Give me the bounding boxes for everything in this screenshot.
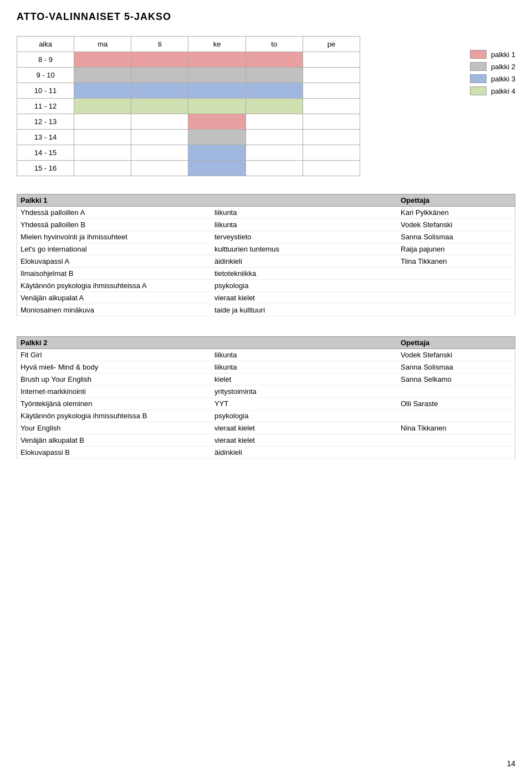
schedule-cell-ke xyxy=(188,114,245,130)
course-name: Your English xyxy=(21,424,214,432)
schedule-cell-to xyxy=(245,161,303,176)
palkki-row: Hyvä mieli- Mind & bodyliikuntaSanna Sol… xyxy=(17,361,515,373)
schedule-cell-to xyxy=(245,52,303,68)
course-subject: liikunta xyxy=(214,351,401,359)
course-name: Käytännön psykologia ihmissuhteissa B xyxy=(21,412,214,420)
schedule-cell-to xyxy=(245,83,303,99)
schedule-row: 15 - 16 xyxy=(17,161,360,176)
course-teacher: Raija pajunen xyxy=(401,245,511,253)
palkki-row: Venäjän alkupalat Bvieraat kielet xyxy=(17,434,515,447)
palkki-row: Moniosainen minäkuvataide ja kulttuuri xyxy=(17,304,515,316)
course-teacher: Nina Tikkanen xyxy=(401,424,511,432)
schedule-cell-to xyxy=(245,99,303,114)
schedule-cell-to xyxy=(245,114,303,130)
palkki1-header: Palkki 1 Opettaja xyxy=(17,194,515,207)
schedule-cell-to xyxy=(245,68,303,83)
schedule-cell-ke xyxy=(188,83,245,99)
course-name: Elokuvapassi B xyxy=(21,448,214,457)
course-subject: taide ja kulttuuri xyxy=(214,306,401,314)
palkki-row: Yhdessä palloillen BliikuntaVodek Stefan… xyxy=(17,219,515,231)
schedule-cell-ma xyxy=(74,145,131,161)
schedule-time: 15 - 16 xyxy=(17,161,74,176)
palkki-row: Brush up Your EnglishkieletSanna Selkamo xyxy=(17,373,515,386)
schedule-cell-ma xyxy=(74,161,131,176)
course-teacher: Vodek Stefanski xyxy=(401,221,511,229)
schedule-cell-pe xyxy=(303,114,360,130)
palkki-row: Käytännön psykologia ihmissuhteissa Apsy… xyxy=(17,280,515,292)
course-name: Käytännön psykologia ihmissuhteissa A xyxy=(21,281,214,290)
schedule-time: 9 - 10 xyxy=(17,68,74,83)
schedule-cell-ti xyxy=(131,52,188,68)
header-pe: pe xyxy=(303,37,360,52)
palkki2-section: Palkki 2 Opettaja Fit GirlliikuntaVodek … xyxy=(17,336,515,459)
palkki2-title: Palkki 2 xyxy=(21,339,214,347)
schedule-cell-ke xyxy=(188,99,245,114)
schedule-row: 11 - 12 xyxy=(17,99,360,114)
course-name: Yhdessä palloillen A xyxy=(21,208,214,217)
schedule-row: 12 - 13 xyxy=(17,114,360,130)
course-subject: liikunta xyxy=(214,208,401,217)
schedule-cell-ma xyxy=(74,114,131,130)
palkki1-section: Palkki 1 Opettaja Yhdessä palloillen Ali… xyxy=(17,194,515,316)
course-name: Mielen hyvinvointi ja ihmissuhteet xyxy=(21,233,214,241)
schedule-cell-ti xyxy=(131,130,188,145)
schedule-time: 13 - 14 xyxy=(17,130,74,145)
schedule-cell-ma xyxy=(74,52,131,68)
palkki1-rows: Yhdessä palloillen AliikuntaKari Pylkkän… xyxy=(17,207,515,316)
palkki2-rows: Fit GirlliikuntaVodek StefanskiHyvä miel… xyxy=(17,349,515,459)
schedule-row: 8 - 9 xyxy=(17,52,360,68)
palkki-row: Your Englishvieraat kieletNina Tikkanen xyxy=(17,422,515,434)
course-subject: psykologia xyxy=(214,281,401,290)
schedule-time: 8 - 9 xyxy=(17,52,74,68)
course-name: Venäjän alkupalat B xyxy=(21,436,214,444)
schedule-row: 9 - 10 xyxy=(17,68,360,83)
course-subject: äidinkieli xyxy=(214,448,401,457)
palkki2-opettaja-label: Opettaja xyxy=(401,339,511,347)
course-teacher: Vodek Stefanski xyxy=(401,351,511,359)
schedule-row: 14 - 15 xyxy=(17,145,360,161)
schedule-cell-ma xyxy=(74,83,131,99)
schedule-cell-pe xyxy=(303,145,360,161)
schedule-cell-ke xyxy=(188,161,245,176)
schedule-cell-to xyxy=(245,145,303,161)
palkki-row: Käytännön psykologia ihmissuhteissa Bpsy… xyxy=(17,410,515,422)
palkki-row: Fit GirlliikuntaVodek Stefanski xyxy=(17,349,515,361)
palkki2-header: Palkki 2 Opettaja xyxy=(17,336,515,349)
course-name: Internet-markkinointi xyxy=(21,387,214,396)
course-subject: äidinkieli xyxy=(214,257,401,265)
schedule-time: 11 - 12 xyxy=(17,99,74,114)
schedule-cell-ma xyxy=(74,99,131,114)
legend-box-palkki3 xyxy=(470,74,487,83)
course-name: Hyvä mieli- Mind & body xyxy=(21,363,214,371)
schedule-cell-pe xyxy=(303,83,360,99)
legend-box-palkki4 xyxy=(470,86,487,95)
course-subject: psykologia xyxy=(214,412,401,420)
course-teacher: Kari Pylkkänen xyxy=(401,208,511,217)
course-teacher: Sanna Solismaa xyxy=(401,233,511,241)
schedule-cell-ti xyxy=(131,114,188,130)
course-subject: vieraat kielet xyxy=(214,424,401,432)
course-subject: kielet xyxy=(214,375,401,383)
course-name: Ilmaisohjelmat B xyxy=(21,269,214,278)
course-subject: terveystieto xyxy=(214,233,401,241)
schedule-table: aika ma ti ke to pe 8 - 99 - 1010 - 1111… xyxy=(17,36,360,176)
course-teacher: Olli Saraste xyxy=(401,399,511,408)
schedule-cell-ti xyxy=(131,68,188,83)
course-subject: yritystoiminta xyxy=(214,387,401,396)
legend-palkki1: palkki 1 xyxy=(470,50,515,59)
legend-box-palkki1 xyxy=(470,50,487,59)
course-name: Työntekijänä oleminen xyxy=(21,399,214,408)
palkki-row: Ilmaisohjelmat Btietotekniikka xyxy=(17,268,515,280)
schedule-cell-ke xyxy=(188,52,245,68)
course-name: Fit Girl xyxy=(21,351,214,359)
course-name: Brush up Your English xyxy=(21,375,214,383)
palkki1-title: Palkki 1 xyxy=(21,196,214,204)
course-subject: YYT xyxy=(214,399,401,408)
course-teacher: Sanna Selkamo xyxy=(401,375,511,383)
palkki-row: Yhdessä palloillen AliikuntaKari Pylkkän… xyxy=(17,207,515,219)
palkki-row: Venäjän alkupalat Avieraat kielet xyxy=(17,292,515,304)
course-subject: liikunta xyxy=(214,363,401,371)
header-ma: ma xyxy=(74,37,131,52)
header-aika: aika xyxy=(17,37,74,52)
schedule-cell-ma xyxy=(74,130,131,145)
